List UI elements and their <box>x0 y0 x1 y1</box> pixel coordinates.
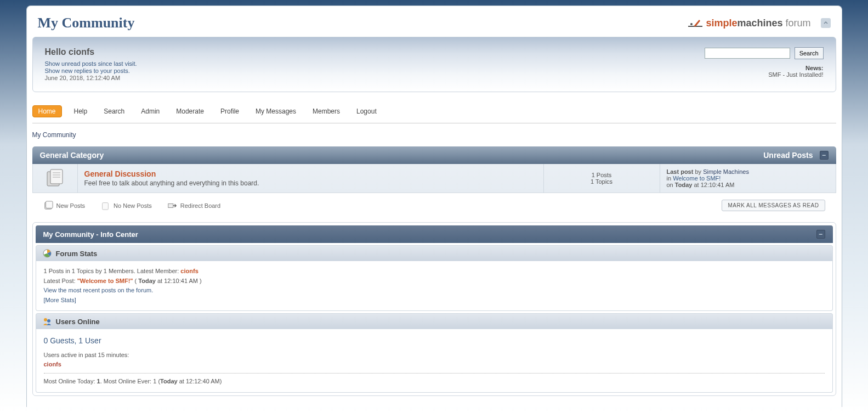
recent-posts-link[interactable]: View the most recent posts on the forum. <box>44 287 154 293</box>
site-title[interactable]: My Community <box>38 15 135 31</box>
menu-logout[interactable]: Logout <box>352 105 381 117</box>
forum-stats-panel: 1 Posts in 1 Topics by 1 Members. Latest… <box>36 261 833 311</box>
menu-moderate[interactable]: Moderate <box>172 105 208 117</box>
online-user-link[interactable]: cionfs <box>44 361 61 367</box>
board-last-post: Last post by Simple Machines in Welcome … <box>660 164 836 193</box>
mark-all-read-button[interactable]: MARK ALL MESSAGES AS READ <box>722 200 825 211</box>
menu-home[interactable]: Home <box>32 105 62 117</box>
menu-profile[interactable]: Profile <box>216 105 243 117</box>
main-menu: Home Help Search Admin Moderate Profile … <box>32 92 836 123</box>
svg-rect-10 <box>103 202 109 210</box>
current-datetime: June 20, 2018, 12:12:40 AM <box>45 75 137 81</box>
category-header: General Category Unread Posts − <box>32 146 836 164</box>
collapse-category-button[interactable]: − <box>820 151 829 160</box>
search-button[interactable]: Search <box>795 47 824 59</box>
category-name[interactable]: General Category <box>40 151 104 160</box>
board-row: General Discussion Feel free to talk abo… <box>32 164 836 193</box>
no-new-posts-icon <box>100 201 110 211</box>
legend-new-posts: New Posts <box>56 202 86 209</box>
menu-my-messages[interactable]: My Messages <box>251 105 300 117</box>
guests-users-count: 0 Guests, 1 User <box>44 335 825 347</box>
svg-point-14 <box>47 319 50 323</box>
redirect-icon <box>167 201 177 211</box>
legend-no-new-posts: No New Posts <box>114 202 152 209</box>
stats-icon <box>43 249 52 258</box>
menu-search[interactable]: Search <box>99 105 129 117</box>
legend-redirect: Redirect Board <box>180 202 220 209</box>
menu-members[interactable]: Members <box>308 105 344 117</box>
breadcrumb[interactable]: My Community <box>32 131 76 139</box>
logo-icon <box>688 19 702 27</box>
new-replies-link[interactable]: Show new replies to your posts. <box>45 67 130 74</box>
menu-admin[interactable]: Admin <box>137 105 164 117</box>
news-label: News: <box>705 65 823 71</box>
board-title-link[interactable]: General Discussion <box>84 169 156 178</box>
info-center-title: My Community - Info Center <box>43 230 138 239</box>
svg-point-13 <box>44 318 47 321</box>
collapse-header-button[interactable] <box>821 18 831 28</box>
last-post-topic-link[interactable]: Welcome to SMF! <box>673 175 721 182</box>
menu-help[interactable]: Help <box>70 105 92 117</box>
users-online-title: Users Online <box>56 318 100 326</box>
board-legend: New Posts No New Posts Redirect Board <box>43 201 221 211</box>
unread-posts-link[interactable]: Show unread posts since last visit. <box>45 60 137 67</box>
separator <box>44 373 825 374</box>
news-text: SMF - Just Installed! <box>705 71 823 78</box>
users-icon <box>43 317 52 326</box>
user-panel: Hello cionfs Show unread posts since las… <box>32 37 836 92</box>
users-online-panel: 0 Guests, 1 User Users active in past 15… <box>36 329 833 392</box>
svg-rect-9 <box>46 201 53 208</box>
active-users-label: Users active in past 15 minutes: <box>44 350 825 360</box>
new-posts-icon <box>43 201 53 211</box>
unread-posts-header-link[interactable]: Unread Posts <box>763 151 813 160</box>
svg-marker-1 <box>694 20 700 26</box>
forum-stats-title: Forum Stats <box>56 250 98 258</box>
svg-point-2 <box>690 23 693 25</box>
board-stats: 1 Posts 1 Topics <box>544 164 660 193</box>
board-icon[interactable] <box>33 164 78 193</box>
search-input[interactable] <box>705 48 790 59</box>
greeting: Hello cionfs <box>45 47 137 57</box>
collapse-info-center-button[interactable]: − <box>816 230 825 239</box>
board-topics-count: 1 Topics <box>549 178 654 185</box>
last-post-author-link[interactable]: Simple Machines <box>703 168 749 175</box>
smf-logo: simplemachines forum <box>688 18 810 29</box>
latest-member-link[interactable]: cionfs <box>180 268 198 274</box>
info-center: My Community - Info Center − Forum Stats… <box>32 222 836 396</box>
more-stats-link[interactable]: [More Stats] <box>44 297 76 303</box>
board-posts-count: 1 Posts <box>549 172 654 178</box>
svg-rect-11 <box>168 203 173 207</box>
latest-post-link[interactable]: "Welcome to SMF!" <box>77 278 133 284</box>
svg-rect-4 <box>50 169 63 184</box>
board-description: Feel free to talk about anything and eve… <box>84 179 537 187</box>
